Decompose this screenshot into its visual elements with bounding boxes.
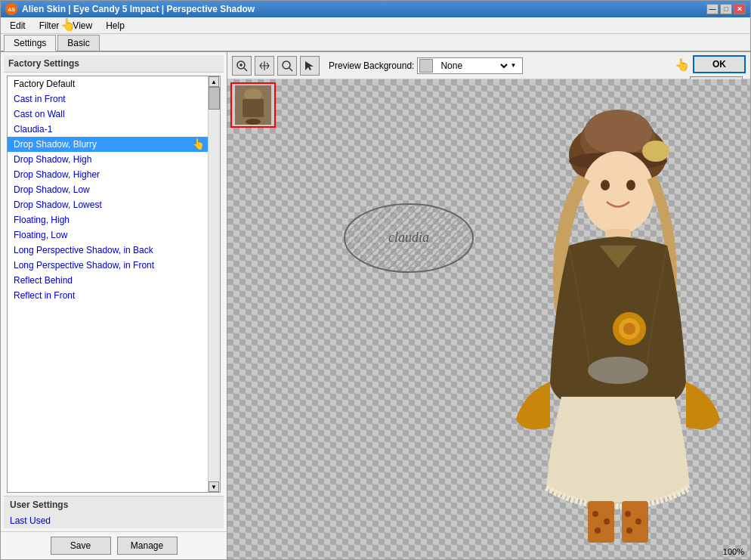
svg-rect-27 (622, 501, 648, 543)
svg-point-17 (642, 141, 669, 162)
claudia-watermark-svg: claudia (341, 200, 477, 276)
svg-point-4 (283, 61, 290, 69)
svg-point-28 (592, 511, 598, 517)
svg-point-25 (588, 357, 648, 384)
preview-image-container (493, 94, 735, 548)
title-bar: AS Alien Skin | Eye Candy 5 Impact | Per… (1, 1, 750, 17)
save-button[interactable]: Save (51, 537, 111, 555)
menu-bar: Edit Filter 👆 View Help (1, 17, 750, 34)
list-item-factory-default[interactable]: Factory Default (8, 76, 208, 91)
svg-line-5 (289, 68, 292, 71)
dropdown-arrow-icon: ▼ (510, 62, 516, 69)
bg-color-preview (419, 59, 433, 73)
list-item-drop-shadow-lowest[interactable]: Drop Shadow, Lowest (8, 197, 208, 212)
svg-point-24 (623, 323, 635, 335)
right-panel: 👆 OK Cancel (227, 52, 750, 559)
list-item-claudia-1[interactable]: Claudia-1 (8, 122, 208, 137)
scroll-thumb[interactable] (209, 87, 220, 110)
title-bar-controls: — □ ✕ (706, 4, 746, 14)
list-item-drop-shadow-high[interactable]: Drop Shadow, High (8, 152, 208, 167)
zoom-indicator: 100% (723, 547, 744, 556)
filter-cursor-icon: 👆 (60, 17, 76, 32)
svg-line-1 (244, 68, 247, 71)
list-item-last-used[interactable]: Last Used (4, 513, 224, 528)
girl-preview-svg (493, 94, 735, 548)
list-item-long-perspective-front[interactable]: Long Perspective Shadow, in Front (8, 258, 208, 273)
close-button[interactable]: ✕ (734, 4, 746, 14)
main-window: AS Alien Skin | Eye Candy 5 Impact | Per… (0, 0, 751, 560)
list-scrollbar[interactable]: ▲ ▼ (208, 76, 220, 492)
zoom-in-icon (236, 60, 248, 72)
preview-bg-dropdown[interactable]: None White Black Gray (434, 57, 510, 74)
pan-tool-button[interactable] (255, 56, 274, 76)
zoom-tool-button[interactable] (277, 56, 297, 76)
list-item-drop-shadow-higher[interactable]: Drop Shadow, Higher (8, 167, 208, 182)
list-item-drop-shadow-blurry[interactable]: Drop Shadow, Blurry 👆 (8, 137, 208, 152)
minimize-button[interactable]: — (706, 4, 719, 14)
blurry-cursor-icon: 👆 (192, 138, 205, 150)
svg-point-9 (246, 119, 261, 125)
main-content: Factory Settings Factory Default Cast in… (1, 52, 750, 559)
svg-point-33 (626, 528, 632, 534)
svg-rect-26 (588, 501, 614, 543)
zoom-icon (281, 60, 293, 72)
thumbnail[interactable] (230, 82, 276, 128)
left-panel: Factory Settings Factory Default Cast in… (1, 52, 227, 559)
list-item-cast-in-front[interactable]: Cast in Front (8, 91, 208, 107)
menu-help[interactable]: Help (100, 19, 131, 32)
preview-area: claudia (227, 79, 750, 559)
svg-point-32 (635, 518, 641, 524)
svg-point-31 (625, 511, 631, 517)
user-settings-header: User Settings (4, 497, 224, 513)
scroll-up-arrow[interactable]: ▲ (209, 76, 219, 87)
svg-point-30 (595, 528, 601, 534)
svg-point-15 (584, 110, 652, 155)
svg-point-7 (244, 88, 262, 101)
title-bar-left: AS Alien Skin | Eye Candy 5 Impact | Per… (5, 3, 255, 15)
list-item-floating-low[interactable]: Floating, Low (8, 227, 208, 243)
list-item-floating-high[interactable]: Floating, High (8, 212, 208, 227)
factory-settings-header: Factory Settings (4, 55, 224, 73)
svg-point-19 (601, 180, 610, 190)
tab-basic[interactable]: Basic (57, 35, 99, 51)
svg-rect-8 (243, 99, 264, 117)
panel-footer: Save Manage (1, 531, 227, 559)
watermark-text: claudia (388, 230, 429, 245)
preview-bg-select-container[interactable]: None White Black Gray ▼ (417, 57, 523, 74)
thumbnail-strip (227, 79, 288, 131)
window-title: Alien Skin | Eye Candy 5 Impact | Perspe… (22, 4, 255, 14)
svg-point-29 (604, 518, 610, 524)
tab-bar: Settings Basic (1, 34, 750, 52)
manage-button[interactable]: Manage (117, 537, 178, 555)
list-item-long-perspective-back[interactable]: Long Perspective Shadow, in Back (8, 243, 208, 258)
pan-icon (258, 60, 270, 72)
thumbnail-image (235, 85, 271, 125)
list-item-reflect-behind[interactable]: Reflect Behind (8, 273, 208, 288)
select-tool-button[interactable] (300, 56, 320, 76)
ok-button[interactable]: OK (693, 55, 746, 73)
list-item-drop-shadow-low[interactable]: Drop Shadow, Low (8, 182, 208, 197)
menu-filter[interactable]: Filter 👆 (33, 19, 66, 32)
ok-cursor-icon: 👆 (675, 57, 690, 72)
svg-point-20 (626, 180, 635, 190)
app-icon: AS (5, 3, 17, 15)
menu-edit[interactable]: Edit (4, 19, 32, 32)
tab-settings[interactable]: Settings (4, 35, 56, 51)
list-item-cast-on-wall[interactable]: Cast on Wall (8, 107, 208, 122)
maximize-button[interactable]: □ (720, 4, 732, 14)
preview-bg-label: Preview Background: (329, 60, 414, 71)
claudia-watermark-area: claudia (341, 200, 477, 276)
svg-point-18 (582, 151, 654, 234)
select-icon (304, 60, 316, 72)
zoom-in-tool-button[interactable] (232, 56, 252, 76)
factory-settings-list[interactable]: Factory Default Cast in Front Cast on Wa… (7, 76, 221, 493)
list-item-reflect-in-front[interactable]: Reflect in Front (8, 288, 208, 303)
scroll-down-arrow[interactable]: ▼ (209, 481, 219, 492)
user-settings-section: User Settings Last Used (4, 496, 224, 528)
